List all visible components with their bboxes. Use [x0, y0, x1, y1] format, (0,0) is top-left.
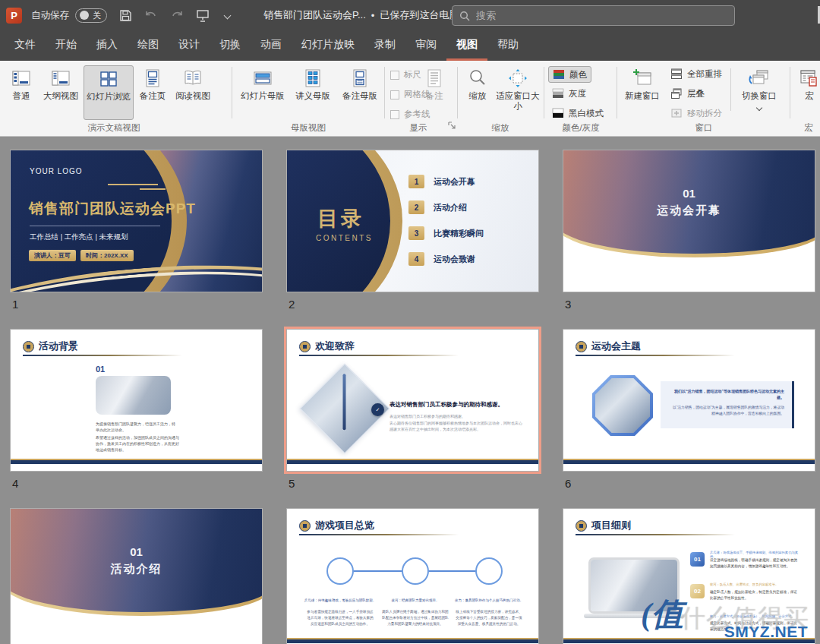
toc-subtitle: CONTENTS — [316, 234, 373, 242]
tab-view[interactable]: 视图 — [446, 30, 487, 61]
circle-photo — [475, 557, 503, 585]
show-dialog-launcher-icon[interactable] — [448, 118, 456, 132]
slide-thumbnail-8[interactable]: 游戏项目总览 乒乓球：传统趣味游戏，考验反应与团队默契。 拔河：经典团队力量对抗… — [287, 509, 538, 644]
tower-silhouette — [343, 373, 346, 429]
bottom-bar-decoration — [287, 459, 538, 464]
undo-icon[interactable] — [144, 9, 158, 21]
slide-thumbnail-4[interactable]: 活动背景 01 为提振销售部门团队凝聚力，增强员工活力，特举办此次运动会。 希望… — [11, 330, 262, 471]
document-title[interactable]: 销售部门团队运动会P... • 已保存到这台电脑 — [263, 8, 469, 22]
bullseye-icon — [299, 341, 311, 352]
slide-thumbnail-3[interactable]: 01 运动会开幕 — [563, 150, 815, 292]
notes-button[interactable]: 备注 — [418, 65, 451, 120]
road-photo — [96, 376, 171, 415]
search-input[interactable] — [476, 10, 727, 21]
normal-view-icon — [11, 68, 31, 88]
slide5-header: 欢迎致辞 — [315, 339, 355, 353]
notes-page-view-button[interactable]: 备注页 — [135, 65, 170, 120]
speech-badge-icon: ✓ — [371, 403, 384, 416]
switch-windows-button[interactable]: 切换窗口 — [735, 65, 784, 120]
tab-record[interactable]: 录制 — [364, 30, 405, 61]
slide5-body-text: 表达对销售部门员工积极参与的期待和感谢。 衷心期待各位销售部门的同事能够积极热情… — [390, 413, 525, 433]
bottom-bar-decoration — [287, 638, 538, 643]
zoom-button[interactable]: 缩放 — [462, 65, 494, 120]
slide-thumbnail-7[interactable]: 01 活动介绍 — [11, 509, 262, 644]
redo-icon[interactable] — [170, 9, 184, 21]
tab-transitions[interactable]: 切换 — [210, 30, 251, 61]
slide-number-4: 4 — [11, 477, 262, 490]
outline-view-button[interactable]: 大纲视图 — [39, 65, 82, 120]
tab-home[interactable]: 开始 — [46, 30, 87, 61]
save-icon[interactable] — [119, 9, 132, 22]
ribbon-divider — [457, 67, 458, 118]
slide5-lead-text: 表达对销售部门员工积极参与的期待和感谢。 — [390, 401, 528, 409]
slide8-header: 游戏项目总览 — [315, 519, 374, 532]
slide-master-button[interactable]: 幻灯片母版 — [237, 65, 289, 120]
checkbox-icon — [390, 110, 399, 119]
switch-windows-dropdown-icon — [756, 105, 762, 111]
tab-design[interactable]: 设计 — [169, 30, 210, 61]
arrange-all-icon — [670, 68, 683, 80]
slide-number-6: 6 — [563, 477, 815, 490]
slide-sorter-view-button[interactable]: 幻灯片浏览 — [84, 65, 134, 120]
toc-item: 2活动介绍 — [408, 200, 467, 214]
tab-help[interactable]: 帮助 — [487, 30, 528, 61]
group-label-window: 窗口 — [620, 122, 788, 134]
octagon-photo-frame — [592, 375, 653, 436]
autosave-toggle[interactable]: 关 — [75, 8, 107, 23]
slide6-text-panel: 我们以“活力销售，团结运动”等体现销售团队特色与运动元素的主题。 以“活力销售，… — [661, 381, 794, 428]
tab-file[interactable]: 文件 — [5, 30, 46, 61]
watermark-logo: (值 — [641, 598, 683, 630]
ribbon-divider — [730, 68, 731, 111]
document-title-text: 销售部门团队运动会P... — [263, 8, 366, 22]
move-split-icon — [670, 107, 683, 119]
tab-slideshow[interactable]: 幻灯片放映 — [292, 30, 364, 61]
gold-dash-decoration — [108, 184, 158, 185]
move-split-button[interactable]: 移动拆分 — [667, 106, 726, 121]
reading-view-button[interactable]: 阅读视图 — [172, 65, 214, 120]
slide1-subtitle: 工作总结 | 工作亮点 | 未来规划 — [30, 232, 128, 242]
quick-access-customize-icon[interactable] — [225, 13, 230, 18]
search-box[interactable] — [452, 5, 735, 26]
slide4-paragraph: 希望通过这样的活动，加强团队成员之间的沟通与协作，激发员工内在的积极性和创造力，… — [96, 434, 181, 453]
autosave-label: 自动保存 — [31, 9, 69, 22]
tab-insert[interactable]: 插入 — [87, 30, 128, 61]
slide4-paragraph: 为提振销售部门团队凝聚力，增强员工活力，特举办此次运动会。 — [96, 421, 178, 433]
fit-to-window-button[interactable]: 适应窗口大小 — [495, 65, 541, 120]
ribbon-divider — [232, 67, 232, 118]
cascade-windows-button[interactable]: 层叠 — [667, 86, 708, 101]
handout-master-button[interactable]: 讲义母版 — [290, 65, 336, 120]
grayscale-button[interactable]: 灰度 — [548, 86, 590, 101]
slide8-caption: 拔河：经典团队力量对抗项目。 — [376, 598, 455, 602]
slide-thumbnail-5-selected[interactable]: 欢迎致辞 ✓ 表达对销售部门员工积极参与的期待和感谢。 表达对销售部门员工积极参… — [287, 330, 538, 471]
start-slideshow-icon[interactable] — [196, 9, 210, 22]
watermark-site-text: SMYZ.NET — [724, 623, 808, 641]
ruler-checkbox[interactable]: 标尺 — [390, 69, 421, 80]
new-window-button[interactable]: 新建窗口 — [621, 65, 664, 120]
slide1-title: 销售部门团队运动会PPT — [29, 199, 196, 219]
notes-master-button[interactable]: 备注母版 — [337, 65, 383, 120]
tab-animations[interactable]: 动画 — [251, 30, 292, 61]
slide4-header: 活动背景 — [39, 339, 78, 353]
slide-thumbnail-6[interactable]: 运动会主题 我们以“活力销售，团结运动”等体现销售团队特色与运动元素的主题。 以… — [563, 330, 815, 471]
black-white-mode-button[interactable]: 黑白模式 — [548, 106, 607, 121]
powerpoint-app-icon[interactable]: P — [6, 8, 22, 24]
slide1-presenter-badge: 演讲人：豆可 — [29, 250, 76, 261]
search-icon — [459, 11, 470, 21]
slide-sorter-pane[interactable]: YOUR LOGO 销售部门团队运动会PPT 工作总结 | 工作亮点 | 未来规… — [0, 137, 820, 644]
slide-number-2: 2 — [287, 298, 538, 311]
color-mode-button[interactable]: 颜色 — [548, 66, 591, 83]
header-rule — [576, 355, 735, 356]
item-badge-01: 01 — [690, 552, 705, 567]
macros-button[interactable]: 宏 — [794, 65, 820, 120]
slide6-header: 运动会主题 — [591, 339, 641, 353]
normal-view-button[interactable]: 普通 — [5, 65, 38, 120]
ribbon-divider — [544, 67, 544, 118]
tab-review[interactable]: 审阅 — [405, 30, 446, 61]
new-window-icon — [632, 68, 652, 88]
slide-thumbnail-1[interactable]: YOUR LOGO 销售部门团队运动会PPT 工作总结 | 工作亮点 | 未来规… — [11, 150, 262, 292]
arrange-all-button[interactable]: 全部重排 — [667, 66, 726, 81]
tab-draw[interactable]: 绘图 — [128, 30, 169, 61]
slide-thumbnail-2[interactable]: 目录 CONTENTS 1运动会开幕 2活动介绍 3比赛精彩瞬间 4运动会致谢 — [287, 150, 538, 292]
bullseye-icon — [576, 341, 587, 352]
slide9-paragraph: 设定游戏场地路线，明确手柄传递规则，规定被淘汰者的惩罚措施以及奖励内容，增加游戏… — [710, 557, 798, 570]
